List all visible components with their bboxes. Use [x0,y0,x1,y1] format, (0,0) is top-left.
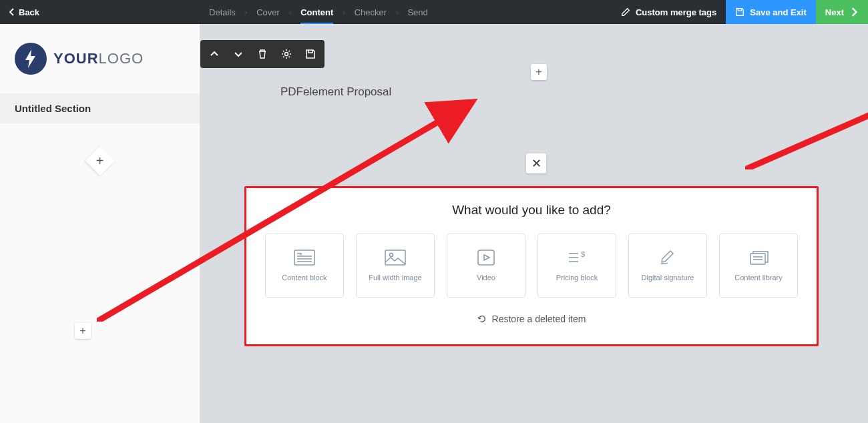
chevron-up-icon [209,49,220,59]
add-section-area: + [0,150,200,171]
right-actions: Custom merge tags Save and Exit Next [612,0,868,24]
breadcrumb-separator: › [396,9,398,16]
settings-button[interactable] [275,43,298,65]
restore-link[interactable]: Restore a deleted item [257,314,806,324]
card-digital-signature[interactable]: Digital signature [628,234,707,298]
card-pricing-block[interactable]: $ Pricing block [537,234,616,298]
block-toolbar [200,40,324,68]
content-block-icon: A [294,250,315,266]
document-title[interactable]: PDFelement Proposal [280,85,391,99]
trash-icon [257,49,268,59]
svg-rect-1 [294,250,314,265]
chevron-left-icon [9,8,15,16]
breadcrumb-send[interactable]: Send [407,0,427,24]
svg-rect-3 [385,250,405,265]
close-panel-button[interactable]: ✕ [526,153,546,173]
pencil-icon [621,7,630,17]
next-button[interactable]: Next [816,0,868,24]
card-label: Content library [734,274,783,282]
logo-area: YOURLOGO [0,24,200,93]
main-area: YOURLOGO Untitled Section + PDFelement P… [0,24,868,423]
logo-your: YOUR [53,50,99,67]
signature-icon [657,250,678,266]
breadcrumb-separator: › [245,9,247,16]
custom-merge-button[interactable]: Custom merge tags [612,0,726,24]
card-label: Pricing block [556,274,598,282]
svg-point-4 [390,254,393,257]
move-up-button[interactable] [203,43,226,65]
breadcrumb-details[interactable]: Details [209,0,236,24]
back-button[interactable]: Back [0,0,49,24]
breadcrumb-checker[interactable]: Checker [355,0,387,24]
video-icon [475,250,497,266]
save-icon [735,7,744,17]
add-panel: What would you like to add? A Content bl… [244,186,819,346]
panel-grid: A Content block Full width image Video $… [257,234,806,298]
svg-text:A: A [300,252,302,256]
plus-icon: + [96,153,104,169]
card-video[interactable]: Video [447,234,525,298]
svg-rect-5 [478,250,494,265]
svg-point-0 [285,53,288,56]
move-down-button[interactable] [227,43,250,65]
card-content-library[interactable]: Content library [719,234,798,298]
top-toolbar: Back Details › Cover › Content › Checker… [0,0,868,24]
breadcrumb-cover[interactable]: Cover [256,0,280,24]
card-label: Content block [282,274,327,282]
annotation-arrow [745,43,868,169]
logo-text: YOURLOGO [53,50,144,67]
add-block-bottom-button[interactable]: + [75,323,91,339]
logo-icon [15,43,47,75]
card-content-block[interactable]: A Content block [265,234,344,298]
save-icon [305,49,316,59]
breadcrumb: Details › Cover › Content › Checker › Se… [209,0,428,24]
breadcrumb-content[interactable]: Content [300,0,333,24]
custom-merge-label: Custom merge tags [636,7,716,17]
add-section-button[interactable]: + [85,145,115,175]
card-label: Digital signature [642,274,694,282]
panel-heading: What would you like to add? [257,203,806,218]
add-block-button[interactable]: + [531,64,547,80]
svg-line-8 [745,53,868,169]
save-exit-button[interactable]: Save and Exit [726,0,816,24]
save-block-button[interactable] [299,43,322,65]
undo-icon [477,314,487,324]
delete-button[interactable] [251,43,274,65]
svg-rect-7 [750,254,765,264]
svg-text:$: $ [581,250,585,258]
save-exit-label: Save and Exit [750,7,807,17]
gear-icon [281,49,292,59]
next-label: Next [825,7,844,17]
image-icon [385,250,406,266]
library-icon [748,250,769,266]
chevron-down-icon [233,49,244,59]
card-label: Full width image [369,274,421,282]
card-label: Video [477,274,495,282]
card-full-width-image[interactable]: Full width image [356,234,435,298]
sidebar: YOURLOGO Untitled Section + [0,24,200,423]
section-title[interactable]: Untitled Section [0,93,200,123]
restore-label: Restore a deleted item [492,314,586,324]
breadcrumb-separator: › [289,9,291,16]
breadcrumb-separator: › [343,9,345,16]
chevron-right-icon [849,7,859,17]
pricing-icon: $ [566,250,588,266]
canvas: PDFelement Proposal + ✕ What would you l… [200,24,868,423]
logo-logo: LOGO [99,50,144,67]
back-label: Back [19,7,39,17]
